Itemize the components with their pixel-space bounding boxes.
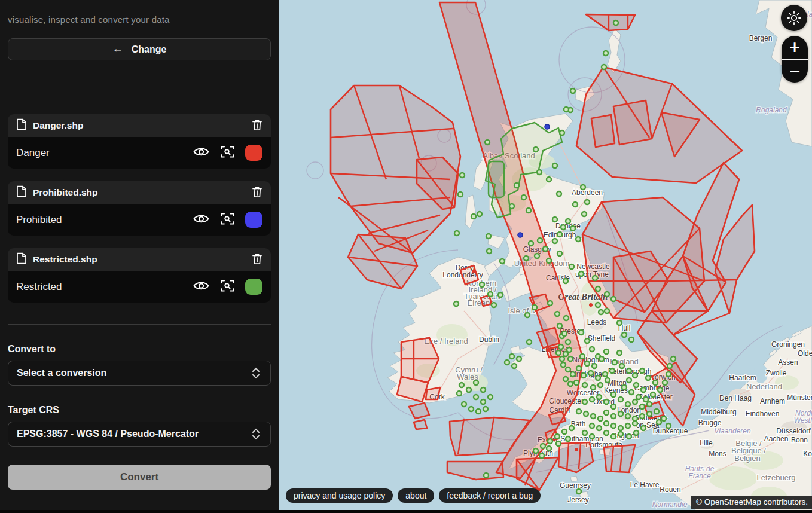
svg-text:Lille: Lille (700, 439, 713, 447)
scan-magnifier-icon (220, 279, 234, 295)
svg-text:Brugge: Brugge (698, 419, 722, 427)
zoom-control: + − (782, 36, 808, 83)
svg-text:Letzebuerg: Letzebuerg (756, 473, 795, 482)
arrow-left-icon: ← (112, 42, 123, 55)
trash-icon (252, 253, 262, 267)
svg-text:Münster: Münster (787, 393, 812, 402)
layer-card: Restricted.shpRestricted (8, 248, 271, 303)
zoom-to-layer-button[interactable] (220, 212, 234, 228)
convert-to-label: Convert to (8, 344, 271, 355)
svg-text:Aachen: Aachen (764, 435, 789, 443)
layer-row: Restricted (8, 271, 271, 303)
layer-card: Danger.shpDanger (8, 114, 271, 169)
svg-text:Vlaanderen: Vlaanderen (714, 427, 751, 435)
scan-magnifier-icon (220, 212, 234, 228)
svg-text:Westf: Westf (794, 416, 812, 425)
layer-name: Restricted (16, 281, 182, 293)
svg-text:Bonn: Bonn (791, 436, 808, 444)
danger-polygon[interactable] (591, 115, 615, 147)
zoom-in-button[interactable]: + (782, 36, 808, 59)
sidebar: visualise, inspect and convert your data… (0, 0, 279, 510)
svg-text:Nederland: Nederland (746, 382, 782, 391)
zoom-to-layer-button[interactable] (220, 279, 234, 295)
danger-polygon[interactable] (426, 387, 440, 399)
convert-button[interactable]: Convert (8, 465, 271, 490)
svg-text:Leeds: Leeds (587, 318, 607, 326)
svg-text:Den Haag: Den Haag (719, 394, 752, 402)
svg-text:Zwolle: Zwolle (766, 369, 787, 377)
svg-text:Olden: Olden (798, 349, 812, 358)
svg-text:France: France (688, 472, 711, 480)
target-crs-label: Target CRS (8, 405, 271, 416)
restricted-polygon[interactable] (489, 161, 504, 197)
eye-icon (193, 146, 209, 160)
divider (8, 88, 271, 88)
conversion-select-value: Select a conversion (17, 368, 250, 378)
danger-polygon[interactable] (604, 445, 635, 472)
change-button-label: Change (132, 44, 167, 55)
trash-icon (252, 119, 262, 133)
svg-text:Düsseldorf: Düsseldorf (776, 427, 811, 435)
layer-name: Prohibited (16, 214, 182, 226)
svg-text:Haarlem: Haarlem (729, 374, 756, 382)
layer-card-header: Restricted.shp (8, 248, 271, 271)
chevrons-updown-icon (250, 428, 262, 441)
svg-text:Guernsey: Guernsey (560, 481, 591, 490)
divider (8, 324, 271, 325)
layer-list: Danger.shpDangerProhibited.shpProhibited… (8, 114, 271, 303)
crs-select[interactable]: EPSG:3857 - WGS 84 / Pseudo-Mercator (8, 422, 271, 447)
svg-text:Rouen: Rouen (660, 485, 680, 494)
file-icon (16, 185, 27, 200)
eye-icon (193, 280, 209, 294)
delete-layer-button[interactable] (252, 119, 262, 133)
footer-links: privacy and usage policyaboutfeedback / … (286, 488, 541, 503)
toggle-visibility-button[interactable] (193, 146, 209, 160)
svg-text:Eindhoven: Eindhoven (746, 410, 780, 418)
footer-link-0[interactable]: privacy and usage policy (286, 488, 393, 503)
svg-text:Normandie: Normandie (652, 500, 688, 509)
toggle-visibility-button[interactable] (193, 280, 209, 294)
tagline: visualise, inspect and convert your data (8, 0, 271, 25)
svg-text:Assen: Assen (778, 358, 798, 367)
bottom-edge-bar (0, 510, 812, 513)
layer-name: Danger (16, 147, 182, 159)
app-window: visualise, inspect and convert your data… (0, 0, 812, 510)
svg-text:Arnhem: Arnhem (760, 397, 785, 405)
map-canvas[interactable]: VestlanRogalandVlaanderenHauts-de-France… (279, 0, 812, 510)
svg-text:Le Havre: Le Havre (630, 481, 660, 489)
svg-text:Jersey: Jersey (567, 496, 588, 504)
eye-icon (193, 213, 209, 227)
layer-color-swatch[interactable] (245, 279, 262, 295)
layer-filename: Restricted.shp (33, 254, 246, 265)
scan-magnifier-icon (220, 145, 234, 161)
footer-link-1[interactable]: about (398, 488, 434, 503)
layer-filename: Prohibited.shp (33, 187, 246, 198)
map-panel: VestlanRogalandVlaanderenHauts-de-France… (279, 0, 812, 510)
theme-toggle-button[interactable] (781, 5, 807, 31)
svg-text:Kob: Kob (803, 450, 812, 458)
file-icon (16, 252, 27, 267)
layer-color-swatch[interactable] (245, 212, 262, 228)
change-button[interactable]: ← Change (8, 38, 271, 60)
layer-color-swatch[interactable] (245, 145, 262, 161)
footer-link-2[interactable]: feedback / report a bug (439, 488, 541, 503)
layer-card-header: Prohibited.shp (8, 181, 271, 204)
layer-row: Danger (8, 137, 271, 169)
zoom-to-layer-button[interactable] (220, 145, 234, 161)
toggle-visibility-button[interactable] (193, 213, 209, 227)
layer-card-header: Danger.shp (8, 114, 271, 137)
danger-polygon[interactable] (414, 420, 427, 429)
chevrons-updown-icon (250, 367, 262, 380)
conversion-select[interactable]: Select a conversion (8, 361, 271, 386)
delete-layer-button[interactable] (252, 186, 262, 200)
layer-filename: Danger.shp (33, 120, 246, 131)
svg-text:Bergen: Bergen (749, 34, 773, 42)
sun-icon (787, 11, 801, 25)
svg-text:Groningen: Groningen (771, 340, 805, 349)
svg-text:Sheffield: Sheffield (588, 334, 615, 343)
delete-layer-button[interactable] (252, 253, 262, 267)
crs-select-value: EPSG:3857 - WGS 84 / Pseudo-Mercator (17, 429, 250, 439)
svg-text:Dublin: Dublin (479, 335, 499, 344)
danger-polygon[interactable] (613, 100, 652, 145)
svg-text:Mons: Mons (709, 450, 726, 458)
